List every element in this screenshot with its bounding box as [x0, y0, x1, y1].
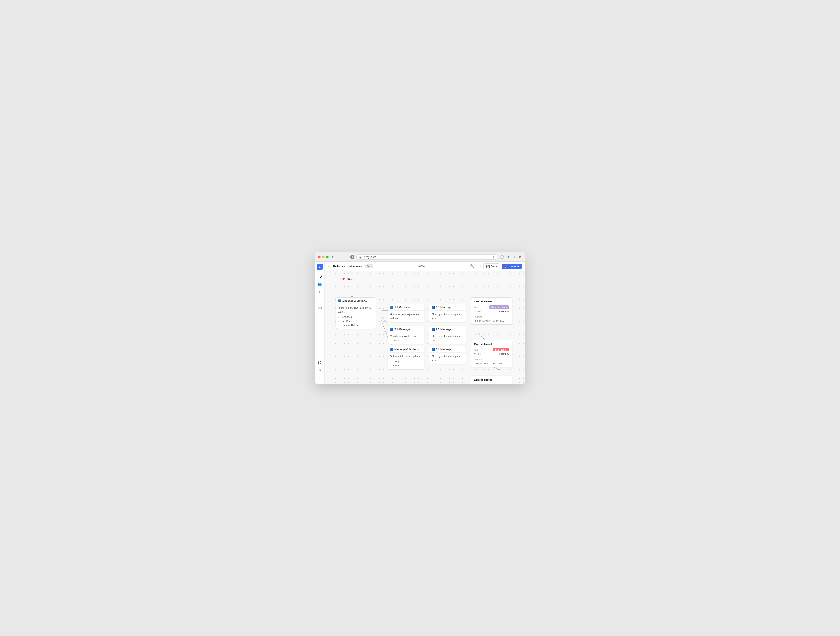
ticket-2-model-label: Model: [474, 353, 481, 355]
option-1: 1. Feedback: [338, 315, 374, 319]
option-2: 2. Refund: [390, 364, 422, 367]
msg-3-2-text: Thank you for sharing your feedba...: [432, 355, 461, 362]
browser-chrome: ⊡ ‹ › ⊕ 🔒 invoyr.com ↻ 🕐 ⬆ + ⧉: [315, 252, 525, 261]
app-layout: ≡ 💬 👥 ✈ ⑂ 📖 🎧 ⚙: [315, 261, 525, 384]
forward-nav-button[interactable]: ›: [344, 255, 347, 259]
msg-3-2-header: 🟦 3.2 Message: [429, 346, 466, 353]
msg-1-2-title: 1.2 Message: [436, 306, 452, 309]
sidebar-item-users[interactable]: 👥: [316, 281, 323, 288]
zoom-out-button[interactable]: −: [427, 264, 432, 269]
msg-options-2-header: 🟦 Message & Options: [388, 346, 424, 353]
ticket-1-prompt-label: Prompt: [474, 316, 482, 318]
msg-2-1-card[interactable]: 🟦 2.1 Message Could you provide more det…: [388, 326, 425, 344]
reload-icon[interactable]: ↻: [493, 255, 495, 258]
close-button[interactable]: [318, 256, 321, 258]
more-options-button[interactable]: ⋯: [477, 263, 482, 269]
msg-options-1-header: 🟦 Message & Options: [336, 298, 376, 304]
monitor-icon: 🖥: [498, 353, 500, 355]
ticket-2-card[interactable]: Create Ticket Tag Bug Report Model 🖥 GPT…: [471, 340, 512, 367]
ticket-3-tag-value: Billing: [499, 384, 510, 384]
msg-1-1-body: How was your experience with us...: [388, 310, 424, 322]
ticket-3-title: Create Ticket: [474, 378, 510, 381]
node-icon: 🟦: [338, 299, 341, 302]
option-3: 3. Billing or Refund: [338, 323, 374, 327]
sidebar-item-settings[interactable]: ⚙: [316, 367, 323, 374]
logout-icon: ⬚: [318, 376, 321, 380]
msg-1-1-text: How was your experience with us...: [390, 313, 419, 320]
node-icon: 🟦: [432, 348, 435, 351]
app-logo[interactable]: ≡: [317, 264, 323, 270]
msg-options-1-options: 1. Feedback 2. Bug Report 3. Billing or …: [338, 315, 374, 327]
search-button[interactable]: 🔍: [469, 263, 475, 269]
sidebar-toggle-button[interactable]: ⊡: [331, 255, 336, 259]
back-nav-button[interactable]: ‹: [340, 255, 343, 259]
ticket-1-prompt-value: [Ticket_number]-[User Name] has...: [474, 320, 505, 322]
ticket-1-model-field: Model 🖥 GPT-4o: [474, 310, 510, 313]
minimize-button[interactable]: [322, 256, 325, 258]
msg-options-2-card[interactable]: 🟦 Message & Options Select within these …: [388, 346, 425, 370]
url-text: invoyr.com: [363, 255, 376, 258]
back-button[interactable]: ←: [328, 264, 331, 268]
ticket-1-tag-value: User Feedback: [489, 305, 510, 309]
security-icon: ⊕: [350, 255, 354, 259]
draft-badge: Draft: [365, 264, 373, 268]
msg-1-1-header: 🟦 1.1 Message: [388, 304, 424, 310]
zoom-controls: + 100% −: [411, 264, 432, 269]
msg-options-1-title: Message & Options: [343, 299, 366, 302]
msg-options-2-title: Message & Options: [395, 348, 419, 351]
gear-icon: ⚙: [318, 368, 321, 372]
history-button[interactable]: 🕐: [499, 255, 505, 259]
msg-options-2-text: Select within these options:: [390, 354, 422, 358]
msg-2-2-title: 2.2 Message: [436, 328, 452, 331]
share-button[interactable]: ⬆: [507, 255, 511, 259]
sidebar-item-book[interactable]: 📖: [316, 304, 323, 312]
zoom-in-button[interactable]: +: [411, 264, 415, 269]
tabs-button[interactable]: ⧉: [518, 255, 522, 259]
address-bar[interactable]: 🔒 invoyr.com ↻: [356, 254, 497, 260]
msg-1-1-title: 1.1 Message: [395, 306, 410, 309]
msg-1-2-card[interactable]: 🟦 1.2 Message Thank you for sharing your…: [429, 304, 466, 323]
msg-options-2-body: Select within these options: 1. Billing …: [388, 353, 424, 369]
node-icon: 🟦: [432, 306, 435, 309]
ticket-1-prompt-label-row: Prompt: [474, 316, 510, 318]
send-icon: ✈: [318, 290, 321, 294]
ticket-1-tag-field: Tag User Feedback: [474, 305, 510, 309]
launch-button[interactable]: 🚀 Launch: [502, 264, 522, 269]
monitor-icon: 🖥: [498, 310, 500, 313]
flow-arrows: [329, 275, 525, 384]
sidebar-bottom: 🎧 ⚙ ⬚: [316, 359, 323, 382]
msg-3-2-body: Thank you for sharing your feedba...: [429, 353, 466, 364]
browser-actions: 🕐 ⬆ + ⧉: [499, 255, 522, 259]
msg-2-2-card[interactable]: 🟦 2.2 Message Thank you for sharing your…: [429, 326, 466, 344]
msg-1-1-card[interactable]: 🟦 1.1 Message How was your experience wi…: [388, 304, 425, 323]
main-content: ← Details about issues Draft + 100% − 🔍 …: [325, 261, 525, 384]
ticket-1-title: Create Ticket: [474, 300, 510, 303]
launch-label: Launch: [510, 264, 519, 268]
sidebar-item-chat[interactable]: 💬: [316, 273, 323, 280]
title-bar: ⊡ ‹ › ⊕ 🔒 invoyr.com ↻ 🕐 ⬆ + ⧉: [318, 254, 522, 260]
sidebar-item-support[interactable]: 🎧: [316, 359, 323, 366]
chat-icon: 💬: [317, 274, 322, 279]
ticket-1-card[interactable]: Create Ticket Tag User Feedback Model 🖥 …: [471, 298, 512, 324]
msg-2-2-text: Thank you for sharing your Bug Re...: [432, 335, 461, 342]
browser-window: ⊡ ‹ › ⊕ 🔒 invoyr.com ↻ 🕐 ⬆ + ⧉: [315, 252, 525, 384]
msg-3-2-card[interactable]: 🟦 3.2 Message Thank you for sharing your…: [429, 346, 466, 364]
canvas[interactable]: 🚩 Start 🟦 Message & Options Hi there! Ho…: [325, 271, 525, 384]
save-button[interactable]: 💾 Save: [483, 263, 500, 269]
book-icon: 📖: [317, 306, 322, 310]
msg-options-1-card[interactable]: 🟦 Message & Options Hi there! How can I …: [336, 298, 376, 329]
ticket-1-tag-label: Tag: [474, 306, 478, 309]
msg-1-2-text: Thank you for sharing your feedba...: [432, 313, 461, 320]
maximize-button[interactable]: [326, 256, 328, 258]
new-tab-button[interactable]: +: [513, 255, 516, 259]
ticket-2-prompt-value: [Bug_ticket_number]-[User Name...: [474, 362, 505, 365]
logo-icon: ≡: [319, 265, 321, 269]
ticket-1-model-value: 🖥 GPT-4o: [498, 310, 510, 313]
sidebar-item-send[interactable]: ✈: [316, 289, 323, 296]
nav-buttons: ‹ ›: [340, 255, 347, 259]
sidebar-item-logout[interactable]: ⬚: [316, 375, 323, 382]
ticket-2-tag-value: Bug Report: [493, 348, 510, 351]
sidebar-item-branch[interactable]: ⑂: [316, 297, 323, 304]
ticket-3-card[interactable]: Create Ticket Tag Billing: [471, 376, 512, 384]
msg-2-2-header: 🟦 2.2 Message: [429, 326, 466, 332]
